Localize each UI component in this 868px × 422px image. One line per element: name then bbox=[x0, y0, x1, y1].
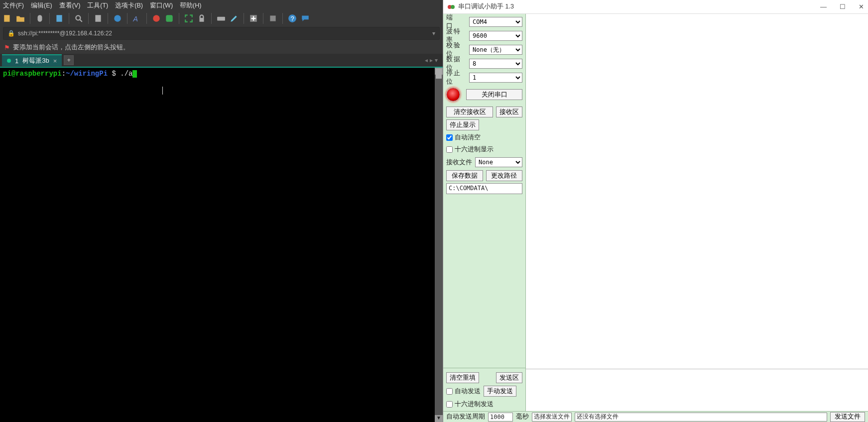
link-icon[interactable] bbox=[35, 14, 44, 23]
save-data-button[interactable]: 保存数据 bbox=[446, 170, 483, 181]
flag-icon: ⚑ bbox=[4, 44, 10, 51]
window-title: 串口调试小助手 1.3 bbox=[458, 2, 514, 11]
send-file-button[interactable]: 发送文件 bbox=[830, 412, 865, 422]
data-bits-select[interactable]: 8 bbox=[469, 59, 522, 69]
tab-prev-icon[interactable]: ◂ bbox=[425, 57, 428, 64]
receive-file-select[interactable]: None bbox=[475, 157, 522, 167]
address-dropdown-icon[interactable]: ▾ bbox=[432, 30, 435, 37]
font-icon[interactable]: A bbox=[132, 14, 141, 23]
auto-send-label: 自动发送 bbox=[455, 387, 481, 396]
manual-send-button[interactable]: 手动发送 bbox=[484, 386, 516, 397]
svg-line-3 bbox=[80, 19, 82, 22]
new-icon[interactable] bbox=[3, 14, 12, 23]
add-tab-button[interactable]: + bbox=[64, 55, 74, 65]
tab-close-icon[interactable]: × bbox=[53, 57, 57, 65]
address-text: ssh://pi:*********@192.168.4.126:22 bbox=[18, 30, 112, 37]
port-select[interactable]: COM4 bbox=[469, 17, 522, 27]
titlebar: 串口调试小助手 1.3 — ☐ ✕ bbox=[443, 0, 868, 14]
pick-file-label: 选择发送文件 bbox=[532, 413, 572, 422]
terminal-scrollbar[interactable]: ▲ ▼ bbox=[435, 68, 443, 422]
keyboard-icon[interactable] bbox=[217, 14, 226, 23]
hex-display-input[interactable] bbox=[446, 146, 453, 153]
clipboard-icon[interactable] bbox=[94, 14, 103, 23]
close-port-button[interactable]: 关闭串口 bbox=[466, 89, 522, 100]
help-icon[interactable]: ? bbox=[288, 14, 297, 23]
svg-rect-4 bbox=[95, 15, 101, 22]
lock-icon[interactable] bbox=[197, 14, 206, 23]
auto-clear-checkbox[interactable]: 自动清空 bbox=[446, 132, 522, 142]
add-icon[interactable] bbox=[249, 14, 258, 23]
parity-select[interactable]: None（无） bbox=[469, 45, 522, 55]
hex-send-checkbox[interactable]: 十六进制发送 bbox=[446, 399, 522, 409]
auto-clear-label: 自动清空 bbox=[455, 133, 481, 142]
menu-view[interactable]: 查看(V) bbox=[59, 1, 81, 10]
ms-label: 毫秒 bbox=[516, 413, 529, 421]
send-area-button[interactable]: 发送区 bbox=[496, 372, 522, 383]
auto-send-checkbox[interactable]: 自动发送 bbox=[446, 386, 481, 396]
hint-bar: ⚑ 要添加当前会话，点击左侧的箭头按钮。 bbox=[0, 41, 443, 54]
stop-bits-label: 停止位 bbox=[446, 69, 466, 86]
green-badge-icon[interactable] bbox=[165, 14, 174, 23]
tab-list-icon[interactable]: ▾ bbox=[435, 57, 438, 64]
save-path-display: C:\COMDATA\ bbox=[446, 183, 522, 194]
red-dot-icon[interactable] bbox=[152, 14, 161, 23]
stop-icon[interactable] bbox=[268, 14, 277, 23]
tab-title: 树莓派3b bbox=[22, 56, 49, 65]
menubar: 文件(F) 编辑(E) 查看(V) 工具(T) 选项卡(B) 窗口(W) 帮助(… bbox=[0, 0, 443, 11]
open-icon[interactable] bbox=[16, 14, 25, 23]
menu-tabs[interactable]: 选项卡(B) bbox=[115, 1, 143, 10]
clear-receive-button[interactable]: 清空接收区 bbox=[446, 106, 493, 117]
change-path-button[interactable]: 更改路径 bbox=[486, 170, 523, 181]
clear-fill-button[interactable]: 清空重填 bbox=[446, 372, 479, 383]
prompt-cmd: ./a bbox=[120, 70, 132, 78]
text-caret-icon bbox=[162, 87, 163, 95]
tab-next-icon[interactable]: ▸ bbox=[430, 57, 433, 64]
prompt-user: pi@raspberrypi bbox=[3, 70, 62, 78]
scroll-thumb[interactable] bbox=[436, 69, 442, 79]
chat-icon[interactable] bbox=[301, 14, 310, 23]
svg-rect-1 bbox=[56, 15, 62, 22]
hex-display-checkbox[interactable]: 十六进制显示 bbox=[446, 144, 522, 154]
terminal[interactable]: pi@raspberrypi:~/wiringPi $ ./a bbox=[0, 68, 435, 422]
search-icon[interactable] bbox=[74, 14, 83, 23]
address-bar[interactable]: 🔒 ssh://pi:*********@192.168.4.126:22 ▾ bbox=[3, 27, 440, 40]
receive-textarea[interactable] bbox=[526, 14, 868, 369]
footer: 自动发送周期 1000 毫秒 选择发送文件 还没有选择文件 发送文件 bbox=[443, 411, 868, 422]
svg-text:A: A bbox=[132, 15, 138, 23]
auto-send-input[interactable] bbox=[446, 388, 453, 395]
send-textarea[interactable] bbox=[526, 369, 868, 411]
highlighter-icon[interactable] bbox=[230, 14, 239, 23]
svg-text:?: ? bbox=[291, 15, 294, 22]
minimize-button[interactable]: — bbox=[820, 3, 827, 10]
svg-rect-9 bbox=[200, 18, 204, 22]
receive-area-button[interactable]: 接收区 bbox=[496, 106, 522, 117]
prompt-path: ~/wiringPi bbox=[66, 70, 108, 78]
menu-window[interactable]: 窗口(W) bbox=[150, 1, 173, 10]
auto-clear-input[interactable] bbox=[446, 134, 453, 141]
hex-display-label: 十六进制显示 bbox=[455, 145, 494, 154]
scroll-down-icon[interactable]: ▼ bbox=[435, 415, 443, 422]
hex-send-label: 十六进制发送 bbox=[455, 400, 494, 409]
menu-file[interactable]: 文件(F) bbox=[3, 1, 24, 10]
prompt-sep2: $ bbox=[108, 70, 120, 78]
maximize-button[interactable]: ☐ bbox=[840, 3, 846, 10]
svg-rect-8 bbox=[166, 15, 173, 22]
svg-rect-10 bbox=[217, 17, 225, 21]
close-button[interactable]: ✕ bbox=[859, 3, 864, 10]
auto-period-field[interactable]: 1000 bbox=[488, 413, 513, 422]
baud-select[interactable]: 9600 bbox=[469, 31, 522, 41]
stop-display-button[interactable]: 停止显示 bbox=[446, 119, 479, 130]
menu-help[interactable]: 帮助(H) bbox=[180, 1, 201, 10]
document-icon[interactable] bbox=[55, 14, 64, 23]
menu-edit[interactable]: 编辑(E) bbox=[31, 1, 52, 10]
fullscreen-icon[interactable] bbox=[184, 14, 193, 23]
tab-bar: 1 树莓派3b × + ◂ ▸ ▾ bbox=[0, 54, 443, 67]
terminal-cursor bbox=[132, 70, 137, 78]
svg-rect-0 bbox=[4, 15, 9, 22]
stop-bits-select[interactable]: 1 bbox=[469, 73, 522, 83]
globe-icon[interactable] bbox=[113, 14, 122, 23]
toolbar: A ? bbox=[0, 11, 443, 26]
hex-send-input[interactable] bbox=[446, 401, 453, 408]
terminal-tab[interactable]: 1 树莓派3b × bbox=[2, 54, 62, 66]
menu-tools[interactable]: 工具(T) bbox=[87, 1, 108, 10]
